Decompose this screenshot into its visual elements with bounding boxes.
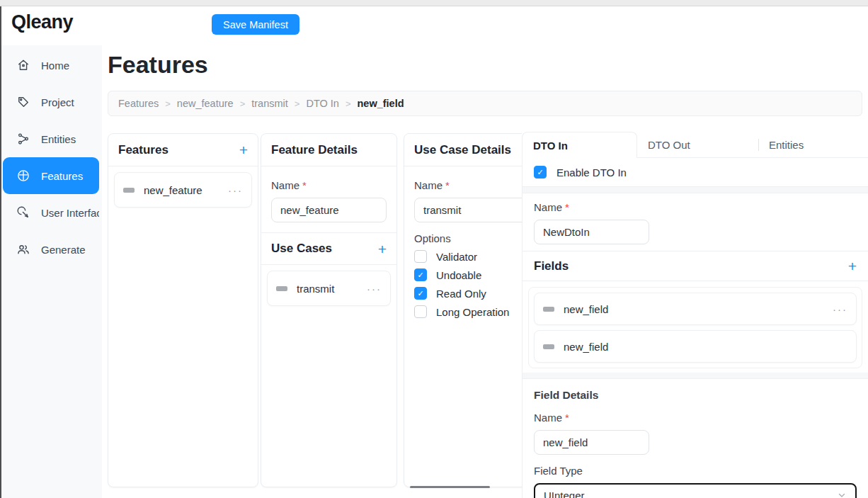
section-divider — [522, 373, 868, 379]
use-case-card[interactable]: transmit ··· — [267, 271, 391, 306]
sidebar-item-label: Home — [41, 60, 69, 72]
required-mark: * — [302, 179, 307, 191]
ellipsis-menu-icon[interactable]: ··· — [367, 283, 382, 295]
team-icon — [16, 242, 30, 256]
enable-dto-in-checkbox[interactable]: ✓ — [534, 166, 547, 179]
sidebar-item-generate[interactable]: Generate — [3, 231, 99, 268]
add-field-button[interactable]: + — [848, 259, 857, 273]
breadcrumb-current: new_field — [357, 98, 404, 109]
sidebar-item-label: Generate — [41, 244, 86, 256]
field-card-label: new_field — [564, 341, 847, 353]
enable-dto-in-label: Enable DTO In — [556, 166, 627, 179]
field-card-label: new_field — [564, 303, 823, 315]
home-icon — [16, 58, 30, 72]
sidebar-item-entities[interactable]: Entities — [3, 120, 99, 157]
feature-name-input[interactable] — [271, 198, 387, 222]
sidebar-item-project[interactable]: Project — [3, 84, 99, 120]
field-details-section: Field Details Name* Field Type UInteger — [522, 379, 868, 498]
nodes-icon — [16, 132, 30, 146]
sidebar: Home Project Entities Features User Inte… — [1, 45, 102, 498]
breadcrumb-item[interactable]: DTO In — [306, 98, 338, 109]
sidebar-item-label: Entities — [41, 133, 76, 145]
field-type-select[interactable]: UInteger — [534, 483, 857, 498]
tag-icon — [16, 95, 30, 109]
dto-name-input[interactable] — [534, 220, 649, 244]
breadcrumb-item[interactable]: new_feature — [177, 98, 234, 109]
sidebar-item-user-interface[interactable]: User Interface — [3, 194, 99, 231]
dto-name-label: Name* — [534, 201, 857, 213]
field-type-value: UInteger — [544, 489, 585, 498]
use-case-card-label: transmit — [297, 283, 358, 295]
chevron-right-icon: > — [165, 98, 171, 109]
app-logo: Qleany — [11, 11, 73, 33]
tab-dto-out[interactable]: DTO Out — [637, 132, 758, 158]
breadcrumb-item[interactable]: transmit — [251, 98, 288, 109]
section-divider — [522, 187, 868, 193]
drag-handle-icon[interactable] — [543, 344, 554, 349]
sidebar-item-label: Project — [41, 96, 74, 108]
breadcrumb-item[interactable]: Features — [118, 98, 159, 109]
chevron-right-icon: > — [240, 98, 246, 109]
long-operation-checkbox[interactable] — [414, 305, 427, 318]
read-only-label: Read Only — [436, 288, 486, 300]
chevron-right-icon: > — [346, 98, 351, 109]
field-type-label: Field Type — [534, 465, 857, 477]
long-operation-label: Long Operation — [436, 306, 509, 318]
required-mark: * — [565, 412, 569, 424]
tab-entities[interactable]: Entities — [758, 132, 868, 158]
top-window-strip — [0, 0, 868, 6]
sidebar-item-label: Features — [41, 170, 83, 182]
use-cases-title: Use Cases — [271, 242, 332, 256]
feature-details-panel: Feature Details Name* Use Cases + transm… — [261, 133, 397, 487]
required-mark: * — [445, 179, 450, 191]
chevron-right-icon: > — [295, 98, 300, 109]
enable-dto-in-row: ✓ Enable DTO In — [522, 158, 868, 187]
read-only-checkbox[interactable]: ✓ — [414, 287, 427, 300]
drag-handle-icon[interactable] — [123, 188, 135, 193]
field-name-label: Name* — [534, 412, 857, 424]
dto-panel: DTO In DTO Out Entities ✓ Enable DTO In … — [522, 132, 868, 498]
field-card[interactable]: new_field — [534, 330, 857, 363]
fields-list: new_field ··· new_field — [522, 281, 868, 373]
feature-details-title: Feature Details — [271, 143, 358, 157]
features-panel-title: Features — [118, 143, 169, 157]
sidebar-item-label: User Interface — [41, 207, 99, 219]
drag-handle-icon[interactable] — [276, 286, 287, 291]
feature-card[interactable]: new_feature ··· — [114, 172, 252, 208]
cursor-click-icon — [16, 205, 30, 220]
features-panel: Features + new_feature ··· — [108, 133, 258, 487]
feature-name-label: Name* — [271, 179, 387, 191]
use-case-details-title: Use Case Details — [414, 143, 511, 157]
breadcrumb: Features > new_feature > transmit > DTO … — [108, 91, 862, 116]
chevron-down-icon — [837, 490, 847, 498]
required-mark: * — [565, 201, 569, 213]
fields-title: Fields — [534, 259, 569, 273]
add-use-case-button[interactable]: + — [378, 242, 387, 256]
horizontal-scrollbar[interactable] — [410, 486, 490, 488]
feature-card-label: new_feature — [144, 184, 219, 196]
undoable-label: Undoable — [436, 269, 481, 281]
tab-dto-in[interactable]: DTO In — [522, 132, 637, 158]
save-manifest-button[interactable]: Save Manifest — [212, 14, 299, 35]
field-card[interactable]: new_field ··· — [534, 293, 857, 325]
drag-handle-icon[interactable] — [543, 307, 554, 312]
ellipsis-menu-icon[interactable]: ··· — [833, 303, 847, 315]
field-name-input[interactable] — [534, 430, 649, 455]
sidebar-item-home[interactable]: Home — [3, 47, 99, 84]
field-details-title: Field Details — [534, 389, 857, 402]
validator-label: Validator — [436, 251, 477, 263]
validator-checkbox[interactable] — [414, 250, 427, 263]
add-feature-button[interactable]: + — [239, 142, 248, 157]
sidebar-item-features[interactable]: Features — [3, 157, 99, 194]
grid-circle-icon — [16, 169, 30, 183]
ellipsis-menu-icon[interactable]: ··· — [228, 184, 243, 196]
undoable-checkbox[interactable]: ✓ — [414, 268, 427, 281]
page-title: Features — [108, 51, 208, 79]
dto-tabbar: DTO In DTO Out Entities — [522, 132, 868, 158]
